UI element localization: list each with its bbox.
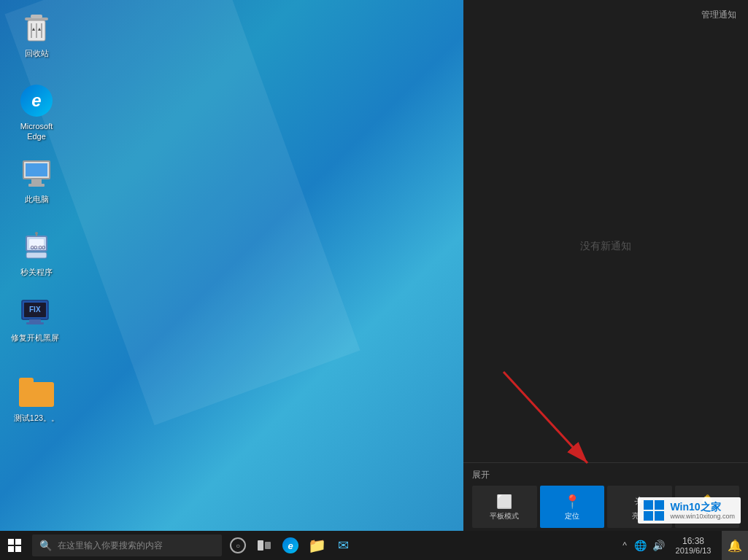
clock-time: 16:38 xyxy=(682,536,704,546)
tray-expand-button[interactable]: ^ xyxy=(618,540,631,551)
fix-label: 修复开机黑屏 xyxy=(11,332,59,343)
desktop-icon-folder[interactable]: 测试123。。 xyxy=(7,372,66,426)
this-pc-icon xyxy=(19,156,54,191)
this-pc-label: 此电脑 xyxy=(25,194,49,204)
clock-area[interactable]: 16:38 2019/6/13 xyxy=(668,536,719,555)
volume-tray-icon[interactable]: 🔊 xyxy=(649,540,668,551)
desktop-icon-fix[interactable]: FIX 修复开机黑屏 xyxy=(6,292,64,346)
win10-watermark: Win10之家 www.win10xitong.com xyxy=(638,497,741,524)
clock-date: 2019/6/13 xyxy=(676,546,712,555)
tablet-mode-label: 平板模式 xyxy=(490,511,519,521)
svg-rect-8 xyxy=(26,252,47,258)
location-label: 定位 xyxy=(565,511,579,521)
stopwatch-label: 秒关程序 xyxy=(20,267,53,277)
taskbar: 🔍 在这里输入你要搜索的内容 ○ e 📁 ✉ ^ 🌐 🔊 16:38 2019/… xyxy=(0,531,748,560)
svg-rect-14 xyxy=(29,319,41,322)
win10-main-text: Win10之家 xyxy=(670,501,735,513)
panel-header: 管理通知 xyxy=(463,0,748,30)
taskbar-edge-button[interactable]: e xyxy=(277,532,304,559)
taskbar-explorer-button[interactable]: 📁 xyxy=(304,532,330,559)
desktop-icon-edge[interactable]: e MicrosoftEdge xyxy=(7,80,66,145)
quick-btn-tablet-mode[interactable]: ⬜ 平板模式 xyxy=(472,486,537,528)
edge-icon: e xyxy=(19,83,54,118)
cortana-button[interactable]: ○ xyxy=(225,532,251,559)
folder-icon xyxy=(19,375,54,410)
task-view-button[interactable] xyxy=(251,532,277,559)
win10-logo-icon xyxy=(644,500,664,521)
cortana-icon: ○ xyxy=(230,537,246,553)
svg-rect-5 xyxy=(31,15,42,18)
no-notification-area: 没有新通知 xyxy=(463,30,748,462)
recycle-bin-icon xyxy=(19,10,54,45)
svg-text:00:00: 00:00 xyxy=(31,244,46,251)
edge-taskbar-icon: e xyxy=(282,537,298,553)
search-icon: 🔍 xyxy=(39,540,52,551)
windows-logo-icon xyxy=(8,539,21,552)
explorer-icon: 📁 xyxy=(308,537,326,554)
expand-label: 展开 xyxy=(472,469,739,481)
desktop: 回收站 e MicrosoftEdge 此电脑 xyxy=(0,0,463,531)
svg-text:FIX: FIX xyxy=(29,306,41,314)
tray-icons: 🌐 🔊 xyxy=(631,540,668,551)
notification-center-button[interactable]: 🔔 xyxy=(722,531,748,560)
task-view-icon xyxy=(258,540,271,551)
edge-label: MicrosoftEdge xyxy=(20,121,53,142)
mail-icon: ✉ xyxy=(338,537,349,553)
desktop-icon-recycle-bin[interactable]: 回收站 xyxy=(7,7,66,61)
tablet-mode-icon: ⬜ xyxy=(496,495,512,508)
start-button[interactable] xyxy=(0,531,29,560)
search-placeholder-text: 在这里输入你要搜索的内容 xyxy=(58,540,163,552)
quick-btn-location[interactable]: 📍 定位 xyxy=(540,486,605,528)
folder-label: 测试123。。 xyxy=(14,413,59,423)
desktop-icon-stopwatch[interactable]: 00:00 秒关程序 xyxy=(7,226,66,280)
svg-rect-15 xyxy=(26,322,44,324)
manage-notifications-button[interactable]: 管理通知 xyxy=(701,9,736,21)
network-tray-icon[interactable]: 🌐 xyxy=(631,540,649,551)
desktop-icon-this-pc[interactable]: 此电脑 xyxy=(7,153,66,207)
no-notification-text: 没有新通知 xyxy=(580,240,631,253)
win10-sub-text: www.win10xitong.com xyxy=(670,513,735,520)
stopwatch-icon: 00:00 xyxy=(19,229,54,264)
location-icon: 📍 xyxy=(564,495,580,508)
system-tray: ^ 🌐 🔊 16:38 2019/6/13 xyxy=(618,536,719,555)
fix-icon: FIX xyxy=(18,295,53,330)
notification-bell-icon: 🔔 xyxy=(728,539,742,553)
win10-text-container: Win10之家 www.win10xitong.com xyxy=(670,501,735,521)
notification-panel: 管理通知 没有新通知 展开 ⬜ 平板模式 📍 定位 ☀ 亮度 🔔 xyxy=(463,0,748,531)
search-bar[interactable]: 🔍 在这里输入你要搜索的内容 xyxy=(32,534,222,556)
recycle-bin-label: 回收站 xyxy=(25,48,49,58)
taskbar-mail-button[interactable]: ✉ xyxy=(330,532,356,559)
svg-point-10 xyxy=(35,232,38,235)
